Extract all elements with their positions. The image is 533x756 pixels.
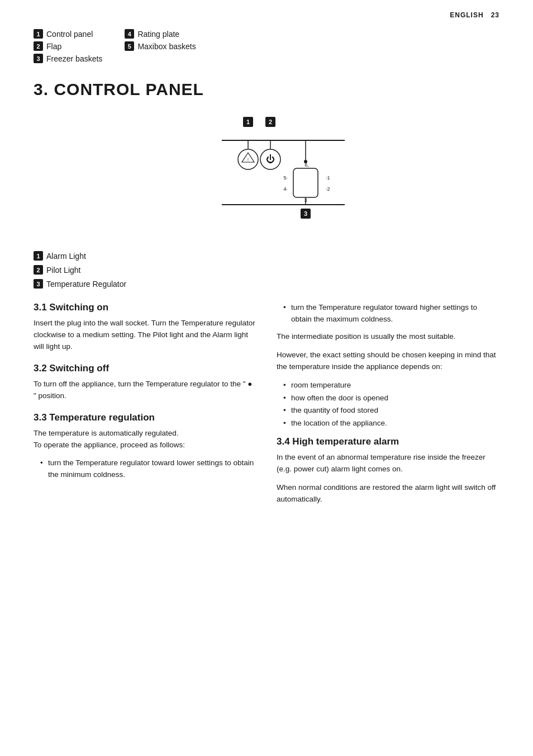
language-label: ENGLISH [450, 11, 483, 19]
part-label-1: Control panel [46, 30, 93, 39]
parts-col-right: 4 Rating plate 5 Maxibox baskets [125, 29, 196, 63]
switching-on-title: 3.1 Switching on [34, 302, 256, 313]
switching-off-title: 3.2 Switching off [34, 363, 256, 374]
right-col-text-2: However, the exact setting should be cho… [277, 349, 499, 373]
svg-text:·2: ·2 [326, 186, 330, 192]
svg-text:⏻: ⏻ [266, 154, 275, 164]
temp-regulation-title: 3.3 Temperature regulation [34, 412, 256, 423]
legend-item-3: 3 Temperature Regulator [34, 279, 499, 289]
right-col-bullets-1: turn the Temperature regulator toward hi… [277, 302, 499, 325]
right-col-text-1: The intermediate position is usually the… [277, 331, 499, 343]
bullet-room-temp: room temperature [283, 380, 499, 391]
legend-badge-1: 1 [34, 251, 43, 261]
part-badge-1: 1 [34, 29, 43, 39]
legend-badge-2: 2 [34, 265, 43, 275]
switching-on-text: Insert the plug into the wall socket. Tu… [34, 318, 256, 353]
right-column: turn the Temperature regulator toward hi… [277, 302, 499, 516]
part-item-3: 3 Freezer baskets [34, 54, 102, 63]
svg-text:!: ! [248, 158, 249, 162]
legend-item-1: 1 Alarm Light [34, 251, 499, 261]
part-item-4: 4 Rating plate [125, 29, 196, 39]
page-number: 23 [491, 11, 499, 19]
part-label-3: Freezer baskets [46, 54, 102, 63]
part-item-1: 1 Control panel [34, 29, 102, 39]
diagram-area: 1 2 ! ⏻ 6, ·1 ·2 3 4· 5· [34, 112, 499, 235]
diagram-legend: 1 Alarm Light 2 Pilot Light 3 Temperatur… [34, 251, 499, 289]
subsection-switching-off: 3.2 Switching off To turn off the applia… [34, 363, 256, 402]
legend-badge-3: 3 [34, 279, 43, 289]
legend-item-2: 2 Pilot Light [34, 265, 499, 275]
left-column: 3.1 Switching on Insert the plug into th… [34, 302, 256, 516]
part-badge-3: 3 [34, 54, 43, 63]
svg-text:5·: 5· [283, 175, 288, 181]
part-item-2: 2 Flap [34, 41, 102, 51]
high-temp-alarm-title: 3.4 High temperature alarm [277, 436, 499, 447]
part-badge-5: 5 [125, 41, 134, 51]
temp-regulation-bullets: turn the Temperature regulator toward lo… [34, 457, 256, 481]
section-title: CONTROL PANEL [54, 80, 204, 98]
bullet-item-lower: turn the Temperature regulator toward lo… [40, 457, 256, 481]
bullet-food-stored: the quantity of food stored [283, 405, 499, 417]
subsection-temp-regulation: 3.3 Temperature regulation The temperatu… [34, 412, 256, 481]
parts-list: 1 Control panel 2 Flap 3 Freezer baskets… [34, 29, 499, 63]
switching-off-text: To turn off the appliance, turn the Temp… [34, 379, 256, 402]
temp-regulation-intro: The temperature is automatically regulat… [34, 428, 256, 451]
svg-text:4·: 4· [283, 186, 288, 192]
svg-rect-14 [293, 168, 318, 197]
svg-text:2: 2 [269, 119, 272, 125]
right-col-bullets-2: room temperature how often the door is o… [277, 380, 499, 430]
svg-text:3: 3 [304, 210, 307, 217]
part-label-4: Rating plate [137, 30, 179, 39]
bullet-door-opened: how often the door is opened [283, 393, 499, 404]
part-label-2: Flap [46, 42, 61, 51]
subsection-switching-on: 3.1 Switching on Insert the plug into th… [34, 302, 256, 353]
part-item-5: 5 Maxibox baskets [125, 41, 196, 51]
page-header: ENGLISH 23 [34, 11, 499, 19]
section-heading: 3. CONTROL PANEL [34, 80, 499, 99]
svg-text:6,: 6, [304, 162, 309, 168]
high-temp-alarm-text1: In the event of an abnormal temperature … [277, 452, 499, 475]
bullet-item-higher: turn the Temperature regulator toward hi… [283, 302, 499, 325]
legend-label-1: Alarm Light [46, 252, 86, 261]
subsection-high-temp-alarm: 3.4 High temperature alarm In the event … [277, 436, 499, 505]
parts-col-left: 1 Control panel 2 Flap 3 Freezer baskets [34, 29, 102, 63]
svg-text:1: 1 [246, 119, 250, 125]
part-label-5: Maxibox baskets [137, 42, 196, 51]
high-temp-alarm-text2: When normal conditions are restored the … [277, 482, 499, 505]
part-badge-2: 2 [34, 41, 43, 51]
control-panel-diagram: 1 2 ! ⏻ 6, ·1 ·2 3 4· 5· [172, 112, 361, 235]
svg-text:·1: ·1 [326, 175, 330, 181]
legend-label-2: Pilot Light [46, 266, 80, 275]
legend-label-3: Temperature Regulator [46, 280, 126, 289]
bullet-location: the location of the appliance. [283, 418, 499, 429]
content-columns: 3.1 Switching on Insert the plug into th… [34, 302, 499, 516]
part-badge-4: 4 [125, 29, 134, 39]
section-number: 3. [34, 80, 49, 98]
